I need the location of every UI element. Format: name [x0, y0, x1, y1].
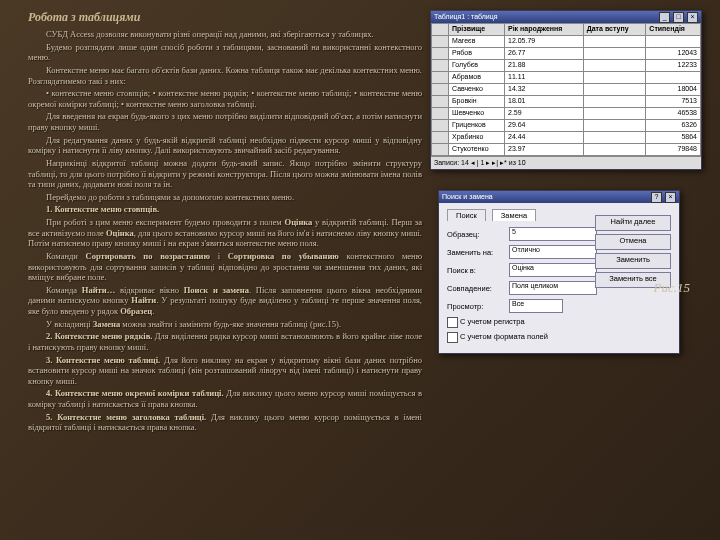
table-row[interactable]: Стукотенко23.9779848: [432, 144, 701, 156]
para: Для редагування даних у будь-якій відкри…: [28, 135, 422, 156]
section-3: 3. Контекстне меню таблиці. Для його вик…: [28, 355, 422, 387]
section-2: 2. Контекстне меню рядків. Для виділення…: [28, 331, 422, 352]
table-window: Таблиця1 : таблиця _ □ × Прізвище Рік на…: [430, 10, 702, 170]
minimize-icon[interactable]: _: [659, 12, 670, 23]
data-table[interactable]: Прізвище Рік народження Дата вступу Стип…: [431, 23, 701, 156]
para: СУБД Access дозволяє виконувати різні оп…: [28, 29, 422, 40]
help-icon[interactable]: ?: [651, 192, 662, 203]
find-replace-dialog: Поиск и замена ? × Поиск Замена Образец:…: [438, 190, 680, 354]
table-row[interactable]: Гриценков29.646326: [432, 120, 701, 132]
case-checkbox[interactable]: С учетом регистра: [447, 317, 525, 328]
replace-button[interactable]: Заменить: [595, 253, 671, 269]
table-row[interactable]: Храбинко24.445864: [432, 132, 701, 144]
para: При роботі з цим меню експеримент будемо…: [28, 217, 422, 249]
para: Перейдемо до роботи з таблицями за допом…: [28, 192, 422, 203]
search-select[interactable]: Все: [509, 299, 563, 313]
lookin-row: Поиск в:Оцінка: [447, 263, 597, 277]
section-5: 5. Контекстне меню заголовка таблиці. Дл…: [28, 412, 422, 433]
tab-replace[interactable]: Замена: [492, 209, 536, 221]
close-icon[interactable]: ×: [665, 192, 676, 203]
section-1-heading: 1. Контекстне меню стовпців.: [28, 204, 422, 215]
table-row[interactable]: Шевченко2.5946538: [432, 108, 701, 120]
para: Наприкінці відкритої таблиці можна додат…: [28, 158, 422, 190]
para: Контекстне меню має багато об'єктів бази…: [28, 65, 422, 86]
match-select[interactable]: Поля целиком: [509, 281, 597, 295]
close-icon[interactable]: ×: [687, 12, 698, 23]
para: Команди Сортировать по возрастанию і Сор…: [28, 251, 422, 283]
table-row[interactable]: Голубєв21.8812233: [432, 60, 701, 72]
table-header-row: Прізвище Рік народження Дата вступу Стип…: [432, 24, 701, 36]
window-title: Таблиця1 : таблиця: [434, 11, 498, 23]
para: У вкладинці Замена можна знайти і заміни…: [28, 319, 422, 330]
lookin-select[interactable]: Оцінка: [509, 263, 597, 277]
titlebar[interactable]: Поиск и замена ? ×: [439, 191, 679, 203]
pattern-row: Образец:5: [447, 227, 597, 241]
bullet-list: • контекстне меню стовпців; • контекстне…: [28, 88, 422, 109]
replace-input[interactable]: Отлично: [509, 245, 597, 259]
table-row[interactable]: Абрамов11.11: [432, 72, 701, 84]
format-checkbox[interactable]: С учетом формата полей: [447, 332, 548, 343]
dialog-title: Поиск и замена: [442, 191, 493, 203]
tab-find[interactable]: Поиск: [447, 209, 486, 221]
doc-title: Робота з таблицями: [28, 10, 422, 25]
table-row[interactable]: Рябов26.7712043: [432, 48, 701, 60]
table-row[interactable]: Бровкін18.017513: [432, 96, 701, 108]
record-navigator[interactable]: Записи: 14 ◂ | 1 ▸ ▸| ▸* из 10: [431, 156, 701, 169]
cancel-button[interactable]: Отмена: [595, 234, 671, 250]
maximize-icon[interactable]: □: [673, 12, 684, 23]
section-4: 4. Контекстне меню окремої комірки табли…: [28, 388, 422, 409]
para: Будемо розглядати лише один спосіб робот…: [28, 42, 422, 63]
table-row[interactable]: Магеєв12.05.79: [432, 36, 701, 48]
match-row: Совпадение:Поля целиком: [447, 281, 597, 295]
para: Для введення на екран будь-якого з цих м…: [28, 111, 422, 132]
titlebar[interactable]: Таблиця1 : таблиця _ □ ×: [431, 11, 701, 23]
replace-row: Заменить на:Отлично: [447, 245, 597, 259]
find-next-button[interactable]: Найти далее: [595, 215, 671, 231]
para: Команда Найти… відкриває вікно Поиск и з…: [28, 285, 422, 317]
pattern-input[interactable]: 5: [509, 227, 597, 241]
search-row: Просмотр:Все: [447, 299, 597, 313]
table-row[interactable]: Савченко14.3218004: [432, 84, 701, 96]
figure-caption: Рис.15: [654, 280, 690, 296]
